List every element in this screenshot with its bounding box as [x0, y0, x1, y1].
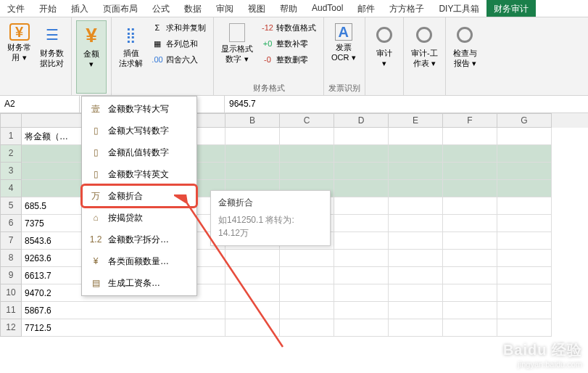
- check-report-button[interactable]: 检查与 报告 ▾: [450, 20, 480, 94]
- audit-sheet-button[interactable]: 审计-工 作表 ▾: [408, 20, 441, 94]
- cell[interactable]: [389, 267, 443, 284]
- cell[interactable]: 7712.5: [22, 319, 225, 337]
- cell[interactable]: [280, 128, 334, 145]
- cell[interactable]: [334, 267, 389, 284]
- trim-zero-button[interactable]: -0整数删零: [259, 52, 319, 67]
- tab-finance-audit[interactable]: 财务审计: [486, 0, 536, 17]
- cell[interactable]: [497, 232, 552, 250]
- cell[interactable]: [497, 128, 552, 145]
- row-header[interactable]: 6: [0, 215, 22, 232]
- audit-button[interactable]: 审计 ▾: [370, 20, 399, 94]
- cell[interactable]: [334, 215, 389, 232]
- cell[interactable]: [443, 163, 497, 180]
- tab-home[interactable]: 开始: [32, 0, 64, 17]
- interpolation-button[interactable]: ⣿ 插值 法求解: [116, 20, 146, 94]
- tab-review[interactable]: 审阅: [209, 0, 241, 17]
- cell[interactable]: [280, 163, 334, 180]
- cell[interactable]: [280, 284, 334, 302]
- cell[interactable]: [280, 319, 334, 337]
- amount-dropdown-button[interactable]: ¥ 金额 ▾: [76, 20, 107, 94]
- sum-copy-button[interactable]: Σ求和并复制: [149, 20, 209, 35]
- tab-ffgz[interactable]: 方方格子: [382, 0, 431, 17]
- pad-zero-button[interactable]: +0整数补零: [259, 36, 319, 51]
- finance-common-button[interactable]: ¥ 财务常 用 ▾: [4, 20, 34, 94]
- cell[interactable]: [334, 302, 389, 319]
- tab-layout[interactable]: 页面布局: [96, 0, 145, 17]
- cell[interactable]: [389, 302, 443, 319]
- tab-file[interactable]: 文件: [0, 0, 32, 17]
- cell[interactable]: [334, 180, 389, 197]
- finance-compare-button[interactable]: ☰ 财务数 据比对: [37, 20, 67, 94]
- row-header[interactable]: 12: [0, 319, 22, 337]
- cell[interactable]: [497, 163, 552, 180]
- row-header[interactable]: 7: [0, 232, 22, 250]
- dropdown-item[interactable]: ¥各类面额数量…: [82, 250, 196, 272]
- cell[interactable]: [497, 267, 552, 284]
- cell[interactable]: [225, 284, 280, 302]
- cell[interactable]: [334, 163, 389, 180]
- col-header-d[interactable]: D: [334, 113, 389, 128]
- cell[interactable]: [334, 232, 389, 250]
- col-header-c[interactable]: C: [280, 113, 334, 128]
- cell[interactable]: 5867.6: [22, 302, 225, 319]
- row-header[interactable]: 1: [0, 128, 22, 145]
- to-number-format-button[interactable]: -12转数值格式: [259, 20, 319, 35]
- cell[interactable]: [334, 319, 389, 337]
- tab-mail[interactable]: 邮件: [350, 0, 382, 17]
- row-header[interactable]: 2: [0, 145, 22, 163]
- row-header[interactable]: 3: [0, 163, 22, 180]
- cell[interactable]: [225, 302, 280, 319]
- tab-view[interactable]: 视图: [241, 0, 273, 17]
- cell[interactable]: [443, 180, 497, 197]
- invoice-ocr-button[interactable]: A 发票 OCR ▾: [328, 20, 359, 81]
- cell[interactable]: [497, 215, 552, 232]
- row-header[interactable]: 8: [0, 250, 22, 267]
- cell[interactable]: [389, 197, 443, 215]
- cell[interactable]: [497, 302, 552, 319]
- dropdown-item[interactable]: ▯金额大写转数字: [82, 120, 196, 142]
- dropdown-item[interactable]: 壹金额数字转大写: [82, 98, 196, 120]
- dropdown-item[interactable]: ⌂按揭贷款: [82, 207, 196, 229]
- cell[interactable]: [497, 197, 552, 215]
- tab-data[interactable]: 数据: [177, 0, 209, 17]
- cell[interactable]: [443, 197, 497, 215]
- col-header-g[interactable]: G: [497, 113, 552, 128]
- name-box[interactable]: A2: [0, 96, 80, 112]
- formula-value[interactable]: 9645.7: [225, 96, 588, 112]
- dropdown-item[interactable]: ▯金额数字转英文: [82, 163, 196, 185]
- row-header[interactable]: 10: [0, 284, 22, 302]
- cell[interactable]: [334, 128, 389, 145]
- row-header[interactable]: 9: [0, 267, 22, 284]
- cell[interactable]: [389, 232, 443, 250]
- cell[interactable]: [225, 267, 280, 284]
- cell[interactable]: [334, 197, 389, 215]
- col-header-f[interactable]: F: [443, 113, 497, 128]
- cell[interactable]: [497, 145, 552, 163]
- cell[interactable]: [443, 128, 497, 145]
- cell[interactable]: [497, 180, 552, 197]
- select-all-corner[interactable]: [0, 113, 22, 128]
- cell[interactable]: [280, 302, 334, 319]
- cell[interactable]: [280, 250, 334, 267]
- dropdown-item[interactable]: 1.2金额数字拆分…: [82, 229, 196, 250]
- cell[interactable]: [497, 284, 552, 302]
- cell[interactable]: [389, 163, 443, 180]
- cell[interactable]: [225, 250, 280, 267]
- cell[interactable]: [443, 250, 497, 267]
- cell[interactable]: [334, 250, 389, 267]
- cell[interactable]: [443, 267, 497, 284]
- col-header-b[interactable]: B: [225, 113, 280, 128]
- tab-insert[interactable]: 插入: [64, 0, 96, 17]
- cell[interactable]: [389, 319, 443, 337]
- cell[interactable]: [443, 232, 497, 250]
- cell[interactable]: [443, 319, 497, 337]
- cell[interactable]: [389, 284, 443, 302]
- cell[interactable]: [389, 215, 443, 232]
- row-header[interactable]: 11: [0, 302, 22, 319]
- cell[interactable]: [443, 145, 497, 163]
- display-format-button[interactable]: 显示格式 数字 ▾: [218, 20, 256, 81]
- cell[interactable]: [225, 319, 280, 337]
- row-header[interactable]: 5: [0, 197, 22, 215]
- cell[interactable]: [389, 128, 443, 145]
- cell[interactable]: [443, 302, 497, 319]
